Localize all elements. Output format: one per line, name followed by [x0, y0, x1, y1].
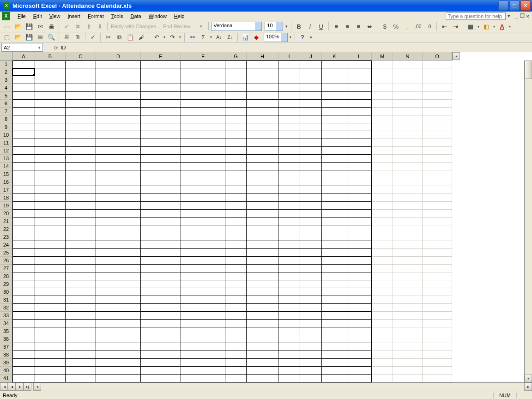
cell[interactable]	[423, 304, 452, 312]
cell[interactable]	[225, 202, 247, 210]
cell[interactable]	[225, 163, 247, 170]
cell[interactable]	[12, 92, 35, 100]
cell[interactable]	[181, 60, 225, 68]
cell[interactable]	[247, 375, 278, 382]
cell[interactable]	[300, 296, 322, 304]
cell[interactable]	[12, 123, 35, 131]
cell[interactable]	[347, 335, 372, 343]
cell[interactable]	[347, 202, 372, 210]
row-header[interactable]: 20	[0, 210, 12, 218]
namebox-dd-icon[interactable]: ▾	[38, 45, 41, 50]
cell[interactable]	[66, 241, 96, 249]
cell[interactable]	[247, 257, 278, 265]
cell[interactable]	[141, 343, 181, 351]
cell[interactable]	[347, 155, 372, 163]
cell[interactable]	[322, 351, 347, 359]
cell[interactable]	[393, 367, 423, 375]
redo-dd-icon[interactable]: ▾	[178, 32, 182, 42]
cell[interactable]	[66, 218, 96, 225]
cell[interactable]	[66, 178, 96, 186]
col-header-N[interactable]: N	[393, 52, 423, 60]
row-header[interactable]: 22	[0, 225, 12, 233]
cell[interactable]	[372, 115, 393, 123]
cell[interactable]	[322, 194, 347, 202]
cell[interactable]	[393, 115, 423, 123]
cell[interactable]	[372, 265, 393, 272]
zoom-dd-icon[interactable]: ▾	[289, 32, 292, 42]
cell[interactable]	[393, 155, 423, 163]
cell[interactable]	[423, 178, 452, 186]
cell[interactable]	[96, 100, 141, 108]
cell[interactable]	[347, 327, 372, 335]
row-header[interactable]: 35	[0, 327, 12, 335]
cell[interactable]	[181, 155, 225, 163]
cell[interactable]	[423, 351, 452, 359]
align-left-icon[interactable]: ≡	[331, 21, 341, 31]
cell[interactable]	[300, 131, 322, 139]
fx-icon[interactable]: fx	[54, 45, 58, 50]
cell[interactable]	[12, 170, 35, 178]
cell[interactable]	[278, 123, 300, 131]
menu-help[interactable]: Help	[170, 12, 188, 20]
cell[interactable]	[322, 288, 347, 296]
cell[interactable]	[372, 210, 393, 218]
cell[interactable]	[12, 108, 35, 115]
cell[interactable]	[66, 123, 96, 131]
cell[interactable]	[322, 163, 347, 170]
row-header[interactable]: 1	[0, 60, 12, 68]
font-color-dd-icon[interactable]: ▾	[508, 21, 512, 31]
cell[interactable]	[66, 155, 96, 163]
cell[interactable]	[278, 304, 300, 312]
row-header[interactable]: 13	[0, 155, 12, 163]
cell[interactable]	[181, 320, 225, 327]
increase-indent-icon[interactable]: ⇥	[450, 21, 460, 31]
cell[interactable]	[278, 178, 300, 186]
fill-color-icon[interactable]: ◧	[481, 21, 491, 31]
cell[interactable]	[141, 155, 181, 163]
cell[interactable]	[423, 76, 452, 84]
cell[interactable]	[96, 123, 141, 131]
cell[interactable]	[393, 241, 423, 249]
cell[interactable]	[35, 68, 66, 76]
cell[interactable]	[141, 68, 181, 76]
cell[interactable]	[347, 225, 372, 233]
cell[interactable]	[300, 343, 322, 351]
cell[interactable]	[393, 60, 423, 68]
cell[interactable]	[347, 241, 372, 249]
cell[interactable]	[372, 312, 393, 320]
cell[interactable]	[181, 76, 225, 84]
cell[interactable]	[141, 257, 181, 265]
cell[interactable]	[12, 155, 35, 163]
cell[interactable]	[278, 115, 300, 123]
mail-icon[interactable]: ✉	[35, 21, 45, 31]
cell[interactable]	[347, 296, 372, 304]
cell[interactable]	[12, 147, 35, 155]
cell[interactable]	[372, 257, 393, 265]
cell[interactable]	[278, 147, 300, 155]
cell[interactable]	[35, 202, 66, 210]
hyperlink-icon[interactable]: ⚯	[187, 32, 197, 42]
cell[interactable]	[347, 123, 372, 131]
row-header[interactable]: 39	[0, 359, 12, 367]
cell[interactable]	[225, 194, 247, 202]
cell[interactable]	[423, 225, 452, 233]
cell[interactable]	[35, 375, 66, 382]
bold-button[interactable]: B	[294, 21, 304, 31]
cell[interactable]	[300, 170, 322, 178]
cell[interactable]	[35, 233, 66, 241]
cell[interactable]	[300, 178, 322, 186]
cell[interactable]	[278, 218, 300, 225]
cell[interactable]	[35, 194, 66, 202]
cell[interactable]	[347, 194, 372, 202]
cell[interactable]	[96, 288, 141, 296]
cell[interactable]	[141, 163, 181, 170]
scroll-right-button[interactable]: ▸	[524, 383, 532, 391]
cell[interactable]	[66, 327, 96, 335]
cell[interactable]	[225, 108, 247, 115]
cell[interactable]	[181, 115, 225, 123]
cell[interactable]	[12, 60, 35, 68]
cell[interactable]	[141, 147, 181, 155]
currency-icon[interactable]: $	[380, 21, 390, 31]
cell[interactable]	[181, 280, 225, 288]
cell[interactable]	[278, 233, 300, 241]
